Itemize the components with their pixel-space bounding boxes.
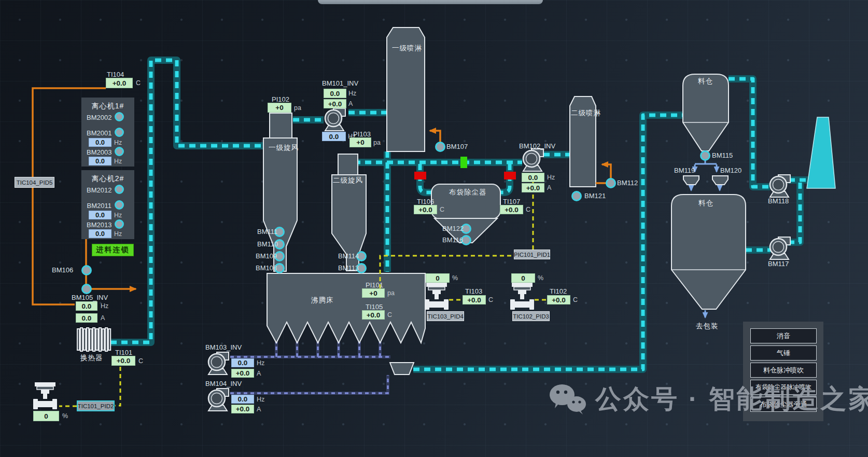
ti105-label: TI105: [366, 303, 383, 311]
air-pipes: [230, 342, 390, 393]
fan-bm118[interactable]: [770, 175, 790, 197]
tic104-pid5-button[interactable]: TIC104_PID5: [15, 177, 54, 188]
bm121-indicator[interactable]: [572, 192, 581, 201]
bm105-amp-unit: A: [101, 314, 105, 322]
pi102-value: +0: [268, 103, 291, 113]
ti101-value: +0.0: [111, 356, 135, 366]
bm2001-hz-value: 0.0: [89, 138, 111, 147]
tic103-pid4-button[interactable]: TIC103_PID4: [427, 311, 464, 321]
tic102-output-value: 0: [511, 273, 535, 283]
fluid-bed-label: 沸腾床: [311, 296, 334, 305]
spray-tower-1-label: 一级喷淋: [392, 44, 422, 53]
bm101-feedback-value: 0.0: [322, 132, 346, 141]
bag-filter-inlet-valve-right[interactable]: [504, 172, 516, 179]
bm105-inv-label: BM105_INV: [72, 294, 108, 301]
ti106-unit: C: [440, 206, 444, 213]
fan-bm102[interactable]: [523, 149, 543, 171]
bm108-label: BM108: [256, 265, 277, 272]
valve-tic101[interactable]: [33, 382, 57, 409]
bm2012-indicator[interactable]: [115, 185, 124, 194]
ti103-unit: C: [488, 296, 493, 303]
scada-canvas: TI104 +0.0 C TIC104_PID5 离心机1# BM2002 BM…: [0, 0, 868, 457]
bm102-amp-unit: A: [547, 184, 551, 191]
bm2013-label: BM2013: [87, 221, 111, 229]
to-packaging-label: 去包装: [696, 322, 719, 331]
pi101-unit: pa: [387, 289, 395, 297]
bm2001-indicator[interactable]: [115, 128, 124, 137]
fluid-bed-body: [267, 273, 425, 343]
ti107-label: TI107: [503, 198, 520, 205]
bm115-indicator[interactable]: [701, 151, 710, 160]
ti101-label: TI101: [115, 349, 132, 356]
ti102-label: TI102: [550, 288, 567, 295]
bm106-indicator[interactable]: [82, 266, 91, 275]
bm2012-label: BM2012: [87, 186, 111, 194]
ti104-value: +0.0: [106, 78, 133, 88]
ti107-unit: C: [526, 206, 530, 213]
ti103-label: TI103: [465, 288, 482, 295]
bm2011-hz-value: 0.0: [89, 211, 111, 219]
bm119-label: BM119: [674, 167, 695, 174]
bm2013-indicator[interactable]: [115, 219, 124, 229]
bm114-label: BM114: [338, 253, 359, 260]
valve-tic103[interactable]: [425, 283, 449, 310]
bm104-inv-label: BM104_INV: [205, 380, 242, 387]
main-duct-valve[interactable]: [460, 157, 467, 168]
bag-filter-inlet-valve-left[interactable]: [414, 172, 426, 179]
bag-filter-bypass-button[interactable]: 布袋除尘器旁通: [750, 397, 817, 412]
pi101-value: +0: [362, 288, 385, 298]
bm2002-indicator[interactable]: [115, 112, 124, 121]
bm112-indicator[interactable]: [607, 179, 615, 188]
heat-exchanger-label: 换热器: [80, 353, 103, 363]
bag-filter-label: 布袋除尘器: [449, 188, 487, 197]
top-title-bar-sliver: [318, 0, 543, 4]
mute-button[interactable]: 消音: [750, 328, 817, 343]
centrifuge-2-title: 离心机2#: [81, 174, 134, 184]
centrifuge-1-panel: 离心机1# BM2002 BM2001 0.0 Hz BM2003 0.0 Hz: [81, 98, 134, 167]
fan-bm104[interactable]: [208, 389, 229, 411]
valve-tic102[interactable]: [510, 283, 534, 310]
fan-bm101[interactable]: [325, 108, 345, 131]
bm2003-indicator[interactable]: [115, 147, 124, 156]
bm103-hz-unit: Hz: [257, 359, 264, 367]
bm121-label: BM121: [584, 192, 606, 200]
bm2011-label: BM2011: [87, 202, 111, 210]
hopper-bm120: [712, 176, 728, 185]
tic102-pid3-button[interactable]: TIC102_PID3: [512, 311, 550, 321]
silo-main-label: 料仓: [698, 199, 713, 208]
bm104-amp-unit: A: [257, 406, 261, 413]
bm2002-label: BM2002: [87, 114, 111, 121]
ti107-value: +0.0: [500, 205, 523, 214]
spray-tower-2-label: 二级喷淋: [571, 108, 601, 118]
bm2011-indicator[interactable]: [115, 200, 124, 210]
bm104-amp-value: +0.0: [231, 405, 254, 413]
bag-filter-pulse-blow-button[interactable]: 布袋除尘器脉冲喷吹: [750, 380, 817, 395]
bm102-amp-value: +0.0: [522, 183, 544, 192]
centrifuge-2-panel: 离心机2# BM2012 BM2011 0.0 Hz BM2013 0.0 Hz: [81, 170, 134, 239]
bm104-hz-unit: Hz: [257, 396, 264, 403]
bm2013-hz-value: 0.0: [89, 229, 111, 238]
air-hammer-button[interactable]: 气锤: [750, 345, 817, 361]
tic101-output-unit: %: [62, 412, 68, 420]
silo-pulse-blow-button[interactable]: 料仓脉冲喷吹: [750, 363, 817, 378]
bm103-amp-value: +0.0: [231, 369, 254, 378]
bm118-label: BM118: [768, 198, 789, 205]
bm111-label: BM111: [257, 228, 277, 236]
bm104-hz-value: 0.0: [231, 395, 254, 404]
bm2003-label: BM2003: [87, 148, 111, 156]
cyclone-1-inlet: [270, 113, 292, 138]
bm102-inv-label: BM102_INV: [519, 143, 555, 150]
bm107-indicator[interactable]: [436, 143, 445, 151]
bm122-label: BM122: [442, 225, 464, 232]
bm105-junction-indicator[interactable]: [82, 285, 91, 294]
fan-bm117[interactable]: [770, 237, 790, 259]
feed-interlock-button[interactable]: 进料连锁: [92, 244, 134, 256]
tic101-pid2-button[interactable]: TIC101_PID2: [77, 400, 115, 411]
bm102-hz-value: 0.0: [522, 173, 544, 182]
cyclone-1-label: 一级旋风: [269, 143, 299, 153]
bm103-hz-value: 0.0: [231, 358, 254, 367]
fan-bm103[interactable]: [208, 352, 229, 375]
pic101-pid1-button[interactable]: PIC101_PID1: [514, 250, 550, 259]
bm110-label: BM110: [257, 241, 278, 248]
tic102-output-unit: %: [538, 274, 543, 282]
